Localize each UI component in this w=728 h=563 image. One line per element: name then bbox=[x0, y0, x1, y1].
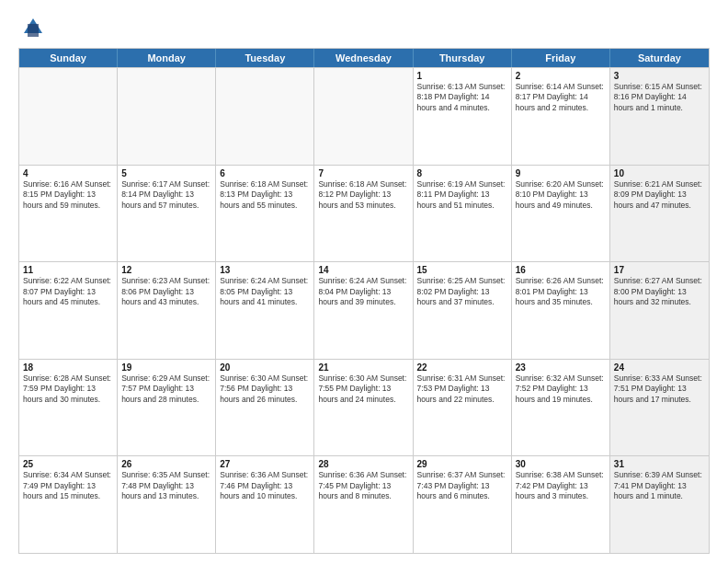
day-cell-26: 26Sunrise: 6:35 AM Sunset: 7:48 PM Dayli… bbox=[118, 456, 216, 553]
day-number: 29 bbox=[417, 459, 507, 469]
day-info: Sunrise: 6:36 AM Sunset: 7:46 PM Dayligh… bbox=[220, 470, 310, 501]
day-cell-18: 18Sunrise: 6:28 AM Sunset: 7:59 PM Dayli… bbox=[19, 360, 118, 456]
day-number: 23 bbox=[516, 362, 606, 373]
logo bbox=[18, 15, 48, 40]
day-number: 28 bbox=[318, 459, 408, 469]
day-cell-12: 12Sunrise: 6:23 AM Sunset: 8:06 PM Dayli… bbox=[118, 262, 216, 359]
header-cell-tuesday: Tuesday bbox=[216, 49, 314, 67]
day-cell-2: 2Sunrise: 6:14 AM Sunset: 8:17 PM Daylig… bbox=[512, 68, 610, 165]
day-cell-20: 20Sunrise: 6:30 AM Sunset: 7:56 PM Dayli… bbox=[216, 360, 314, 456]
day-number: 9 bbox=[516, 168, 606, 178]
header-cell-saturday: Saturday bbox=[610, 49, 709, 67]
day-info: Sunrise: 6:22 AM Sunset: 8:07 PM Dayligh… bbox=[23, 276, 113, 307]
day-number: 3 bbox=[614, 71, 705, 81]
header bbox=[18, 15, 710, 40]
day-cell-5: 5Sunrise: 6:17 AM Sunset: 8:14 PM Daylig… bbox=[118, 166, 216, 262]
day-info: Sunrise: 6:13 AM Sunset: 8:18 PM Dayligh… bbox=[417, 82, 507, 113]
day-info: Sunrise: 6:21 AM Sunset: 8:09 PM Dayligh… bbox=[614, 179, 705, 211]
day-cell-3: 3Sunrise: 6:15 AM Sunset: 8:16 PM Daylig… bbox=[610, 68, 709, 165]
day-cell-29: 29Sunrise: 6:37 AM Sunset: 7:43 PM Dayli… bbox=[414, 456, 512, 553]
day-number: 15 bbox=[417, 265, 507, 275]
day-info: Sunrise: 6:30 AM Sunset: 7:56 PM Dayligh… bbox=[220, 373, 310, 405]
day-info: Sunrise: 6:18 AM Sunset: 8:13 PM Dayligh… bbox=[220, 179, 310, 211]
day-info: Sunrise: 6:27 AM Sunset: 8:00 PM Dayligh… bbox=[614, 276, 705, 307]
day-cell-10: 10Sunrise: 6:21 AM Sunset: 8:09 PM Dayli… bbox=[610, 166, 709, 262]
day-number: 10 bbox=[614, 168, 705, 178]
day-info: Sunrise: 6:26 AM Sunset: 8:01 PM Dayligh… bbox=[516, 276, 606, 307]
day-number: 19 bbox=[121, 362, 211, 373]
day-number: 8 bbox=[417, 168, 507, 178]
day-cell-11: 11Sunrise: 6:22 AM Sunset: 8:07 PM Dayli… bbox=[19, 262, 118, 359]
day-number: 21 bbox=[318, 362, 408, 373]
day-cell-empty-0-2 bbox=[216, 68, 314, 165]
day-cell-8: 8Sunrise: 6:19 AM Sunset: 8:11 PM Daylig… bbox=[414, 166, 512, 262]
header-cell-wednesday: Wednesday bbox=[314, 49, 413, 67]
header-cell-sunday: Sunday bbox=[19, 49, 118, 67]
svg-marker-1 bbox=[28, 24, 39, 37]
day-cell-22: 22Sunrise: 6:31 AM Sunset: 7:53 PM Dayli… bbox=[414, 360, 512, 456]
day-cell-7: 7Sunrise: 6:18 AM Sunset: 8:12 PM Daylig… bbox=[314, 166, 413, 262]
day-number: 18 bbox=[23, 362, 113, 373]
logo-icon bbox=[18, 15, 44, 40]
day-cell-empty-0-1 bbox=[118, 68, 216, 165]
day-info: Sunrise: 6:18 AM Sunset: 8:12 PM Dayligh… bbox=[318, 179, 408, 211]
day-number: 5 bbox=[121, 168, 211, 178]
day-number: 1 bbox=[417, 71, 507, 81]
day-cell-24: 24Sunrise: 6:33 AM Sunset: 7:51 PM Dayli… bbox=[610, 360, 709, 456]
day-number: 16 bbox=[516, 265, 606, 275]
day-info: Sunrise: 6:28 AM Sunset: 7:59 PM Dayligh… bbox=[23, 373, 113, 405]
day-number: 31 bbox=[614, 459, 705, 469]
day-info: Sunrise: 6:15 AM Sunset: 8:16 PM Dayligh… bbox=[614, 82, 705, 113]
day-cell-13: 13Sunrise: 6:24 AM Sunset: 8:05 PM Dayli… bbox=[216, 262, 314, 359]
calendar-row-0: 1Sunrise: 6:13 AM Sunset: 8:18 PM Daylig… bbox=[19, 67, 709, 165]
day-number: 25 bbox=[23, 459, 113, 469]
day-info: Sunrise: 6:24 AM Sunset: 8:05 PM Dayligh… bbox=[220, 276, 310, 307]
day-number: 24 bbox=[614, 362, 705, 373]
day-cell-15: 15Sunrise: 6:25 AM Sunset: 8:02 PM Dayli… bbox=[414, 262, 512, 359]
day-number: 30 bbox=[516, 459, 606, 469]
day-number: 20 bbox=[220, 362, 310, 373]
day-info: Sunrise: 6:35 AM Sunset: 7:48 PM Dayligh… bbox=[121, 470, 211, 501]
day-cell-9: 9Sunrise: 6:20 AM Sunset: 8:10 PM Daylig… bbox=[512, 166, 610, 262]
day-cell-14: 14Sunrise: 6:24 AM Sunset: 8:04 PM Dayli… bbox=[314, 262, 413, 359]
calendar-row-4: 25Sunrise: 6:34 AM Sunset: 7:49 PM Dayli… bbox=[19, 455, 709, 553]
day-cell-19: 19Sunrise: 6:29 AM Sunset: 7:57 PM Dayli… bbox=[118, 360, 216, 456]
calendar-body: 1Sunrise: 6:13 AM Sunset: 8:18 PM Daylig… bbox=[19, 67, 709, 553]
day-number: 7 bbox=[318, 168, 408, 178]
day-info: Sunrise: 6:16 AM Sunset: 8:15 PM Dayligh… bbox=[23, 179, 113, 211]
day-number: 17 bbox=[614, 265, 705, 275]
day-info: Sunrise: 6:20 AM Sunset: 8:10 PM Dayligh… bbox=[516, 179, 606, 211]
day-cell-27: 27Sunrise: 6:36 AM Sunset: 7:46 PM Dayli… bbox=[216, 456, 314, 553]
day-cell-21: 21Sunrise: 6:30 AM Sunset: 7:55 PM Dayli… bbox=[314, 360, 413, 456]
day-info: Sunrise: 6:31 AM Sunset: 7:53 PM Dayligh… bbox=[417, 373, 507, 405]
day-number: 26 bbox=[121, 459, 211, 469]
calendar-row-3: 18Sunrise: 6:28 AM Sunset: 7:59 PM Dayli… bbox=[19, 359, 709, 456]
day-info: Sunrise: 6:17 AM Sunset: 8:14 PM Dayligh… bbox=[121, 179, 211, 211]
day-info: Sunrise: 6:32 AM Sunset: 7:52 PM Dayligh… bbox=[516, 373, 606, 405]
day-number: 6 bbox=[220, 168, 310, 178]
day-info: Sunrise: 6:24 AM Sunset: 8:04 PM Dayligh… bbox=[318, 276, 408, 307]
day-info: Sunrise: 6:34 AM Sunset: 7:49 PM Dayligh… bbox=[23, 470, 113, 501]
day-number: 22 bbox=[417, 362, 507, 373]
day-cell-empty-0-0 bbox=[19, 68, 118, 165]
calendar-row-1: 4Sunrise: 6:16 AM Sunset: 8:15 PM Daylig… bbox=[19, 165, 709, 262]
day-cell-1: 1Sunrise: 6:13 AM Sunset: 8:18 PM Daylig… bbox=[414, 68, 512, 165]
day-number: 2 bbox=[516, 71, 606, 81]
header-cell-thursday: Thursday bbox=[414, 49, 512, 67]
calendar-header: SundayMondayTuesdayWednesdayThursdayFrid… bbox=[19, 49, 709, 67]
day-info: Sunrise: 6:19 AM Sunset: 8:11 PM Dayligh… bbox=[417, 179, 507, 211]
day-info: Sunrise: 6:25 AM Sunset: 8:02 PM Dayligh… bbox=[417, 276, 507, 307]
day-info: Sunrise: 6:37 AM Sunset: 7:43 PM Dayligh… bbox=[417, 470, 507, 501]
day-info: Sunrise: 6:30 AM Sunset: 7:55 PM Dayligh… bbox=[318, 373, 408, 405]
day-info: Sunrise: 6:23 AM Sunset: 8:06 PM Dayligh… bbox=[121, 276, 211, 307]
day-info: Sunrise: 6:36 AM Sunset: 7:45 PM Dayligh… bbox=[318, 470, 408, 501]
day-info: Sunrise: 6:38 AM Sunset: 7:42 PM Dayligh… bbox=[516, 470, 606, 501]
day-number: 14 bbox=[318, 265, 408, 275]
day-number: 27 bbox=[220, 459, 310, 469]
day-cell-4: 4Sunrise: 6:16 AM Sunset: 8:15 PM Daylig… bbox=[19, 166, 118, 262]
day-cell-empty-0-3 bbox=[314, 68, 413, 165]
day-cell-28: 28Sunrise: 6:36 AM Sunset: 7:45 PM Dayli… bbox=[314, 456, 413, 553]
header-cell-friday: Friday bbox=[512, 49, 610, 67]
day-info: Sunrise: 6:39 AM Sunset: 7:41 PM Dayligh… bbox=[614, 470, 705, 501]
calendar: SundayMondayTuesdayWednesdayThursdayFrid… bbox=[18, 48, 710, 554]
